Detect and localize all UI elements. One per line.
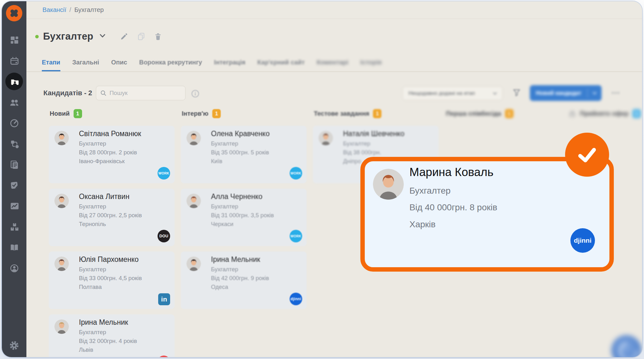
candidate-city: Івано-Франківськ	[79, 158, 125, 165]
tab-7[interactable]: Коментарі	[317, 59, 348, 71]
profile-icon[interactable]	[5, 263, 23, 273]
tasks-check-icon[interactable]	[5, 180, 23, 191]
kanban-board: Кандидатів - 2 Нещодавно додані на етап …	[26, 73, 642, 357]
highlighted-candidate-card[interactable]: Марина Коваль Бухгалтер Від 40 000грн. 8…	[360, 157, 614, 272]
analytics-icon[interactable]	[5, 201, 23, 211]
sidebar-nav	[5, 35, 23, 273]
trash-icon[interactable]	[154, 32, 163, 41]
candidate-card[interactable]: Оксана Литвин Бухгалтер Від 27 000грн. 2…	[49, 189, 175, 246]
avatar	[319, 131, 333, 145]
column-title: Тестове завдання	[314, 110, 369, 117]
tab-2[interactable]: Загальні	[72, 59, 99, 71]
tab-8[interactable]: Історія	[360, 59, 382, 71]
candidate-position: Бухгалтер	[79, 140, 106, 147]
candidate-card[interactable]: Юлія Пархоменко Бухгалтер Від 33 000грн.…	[49, 251, 175, 309]
tab-5[interactable]: Інтеграція	[214, 59, 246, 71]
column-header: Перша співбесіда1	[446, 109, 514, 118]
candidate-name: Оксана Литвин	[79, 192, 130, 201]
dashboard-icon[interactable]	[5, 35, 23, 45]
djinni-source-badge: djinni	[290, 293, 302, 305]
candidate-salary: Від 42 000грн. 9 років	[211, 275, 269, 282]
avatar	[54, 194, 69, 208]
candidate-card[interactable]: Ірина Мельник Бухгалтер Від 32 000грн. 4…	[49, 314, 175, 357]
settings-gear-icon[interactable]	[2, 340, 26, 351]
kanban-column-2: Інтерв'ю1 Олена Кравченко Бухгалтер Від …	[179, 73, 309, 357]
gauge-icon[interactable]	[5, 118, 23, 128]
candidate-city: Тернопіль	[79, 221, 106, 228]
documents-icon[interactable]	[5, 159, 23, 170]
chevron-down-icon[interactable]	[98, 32, 107, 41]
work-source-badge: WORK	[158, 167, 170, 180]
column-title: Прийнято офер	[580, 110, 629, 117]
candidate-name: Юлія Пархоменко	[79, 255, 139, 264]
avatar	[186, 194, 201, 208]
candidate-salary: Від 40 000грн. 8 років	[409, 202, 497, 213]
workflow-icon[interactable]	[5, 138, 23, 149]
work-source-badge: WORK	[290, 167, 302, 180]
linkedin-source-badge: in	[158, 293, 170, 305]
djinni-source-badge: djinni	[570, 228, 595, 253]
candidate-position: Бухгалтер	[79, 329, 106, 336]
copy-icon[interactable]	[137, 32, 146, 41]
candidate-salary: Від 38 000грн.	[343, 149, 381, 156]
check-icon	[565, 133, 609, 177]
team-icon[interactable]	[5, 97, 23, 108]
column-header: Новий1	[50, 109, 82, 118]
vacancy-tabs: ЕтапиЗагальніОписВоронка рекрутингуІнтег…	[26, 59, 642, 72]
candidate-name: Наталія Шевченко	[343, 130, 404, 138]
avatar	[186, 131, 201, 145]
app-window: Вакансії / Бухгалтер Бухгалтер ЕтапиЗага…	[2, 1, 642, 357]
candidate-card[interactable]: Алла Черненко Бухгалтер Від 31 000грн. 3…	[181, 189, 307, 246]
candidate-salary: Від 32 000грн. 4 років	[79, 338, 137, 345]
candidate-position: Бухгалтер	[343, 140, 370, 147]
candidate-position: Бухгалтер	[79, 203, 106, 210]
candidate-salary: Від 28 000грн. 2 років	[79, 149, 137, 156]
candidate-city: Одеса	[211, 284, 228, 290]
avatar	[54, 319, 69, 334]
candidate-position: Бухгалтер	[211, 203, 238, 210]
main-area: Вакансії / Бухгалтер Бухгалтер ЕтапиЗага…	[26, 1, 642, 357]
column-header: Прийнято офер1	[569, 109, 641, 118]
candidate-name: Світлана Романюк	[79, 130, 141, 138]
candidate-salary: Від 31 000грн. 3,5 років	[211, 212, 274, 219]
column-count-badge: 1	[74, 109, 82, 118]
candidate-position: Бухгалтер	[211, 140, 238, 147]
column-title: Новий	[50, 110, 70, 117]
candidate-city: Львів	[79, 346, 93, 353]
pencil-icon[interactable]	[120, 32, 129, 41]
tab-3[interactable]: Опис	[111, 59, 127, 71]
column-title: Перша співбесіда	[446, 110, 501, 117]
candidate-salary: Від 35 000грн. 5 років	[211, 149, 269, 156]
breadcrumb-vacancies-link[interactable]: Вакансії	[42, 6, 66, 14]
vacancy-title-row: Бухгалтер	[35, 31, 163, 42]
knowledge-book-icon[interactable]	[5, 242, 23, 253]
candidate-name: Ірина Мельник	[79, 318, 128, 327]
calendar-icon[interactable]	[5, 55, 23, 66]
column-count-badge: 1	[373, 109, 381, 118]
column-title: Інтерв'ю	[182, 110, 208, 117]
tab-4[interactable]: Воронка рекрутингу	[139, 59, 202, 71]
candidate-name: Олена Кравченко	[211, 130, 269, 138]
dou-source-badge: DOU	[158, 230, 170, 242]
candidate-card[interactable]: Світлана Романюк Бухгалтер Від 28 000грн…	[49, 126, 175, 183]
work-source-badge: WORK	[290, 230, 302, 242]
column-count-badge: 1	[505, 109, 514, 118]
candidate-city: Київ	[211, 158, 222, 165]
candidate-card[interactable]: Олена Кравченко Бухгалтер Від 35 000грн.…	[181, 126, 307, 183]
avatar	[54, 131, 69, 145]
candidate-city: Харків	[409, 219, 436, 229]
page-title: Бухгалтер	[43, 31, 93, 42]
brand-flower-x-logo[interactable]	[6, 5, 22, 21]
tab-1[interactable]: Етапи	[42, 59, 60, 71]
org-units-icon[interactable]	[5, 221, 23, 232]
kanban-column-1: Новий1 Світлана Романюк Бухгалтер Від 28…	[47, 73, 177, 357]
column-count-badge: 1	[212, 109, 221, 118]
candidates-folder-icon[interactable]	[5, 76, 23, 87]
robota-source-badge	[158, 356, 170, 357]
lock-icon	[569, 110, 576, 118]
candidate-position: Бухгалтер	[409, 186, 451, 196]
avatar	[186, 257, 201, 271]
candidate-card[interactable]: Ірина Мельник Бухгалтер Від 42 000грн. 9…	[181, 251, 307, 309]
avatar	[373, 169, 404, 200]
tab-6[interactable]: Кар'єрний сайт	[257, 59, 305, 71]
